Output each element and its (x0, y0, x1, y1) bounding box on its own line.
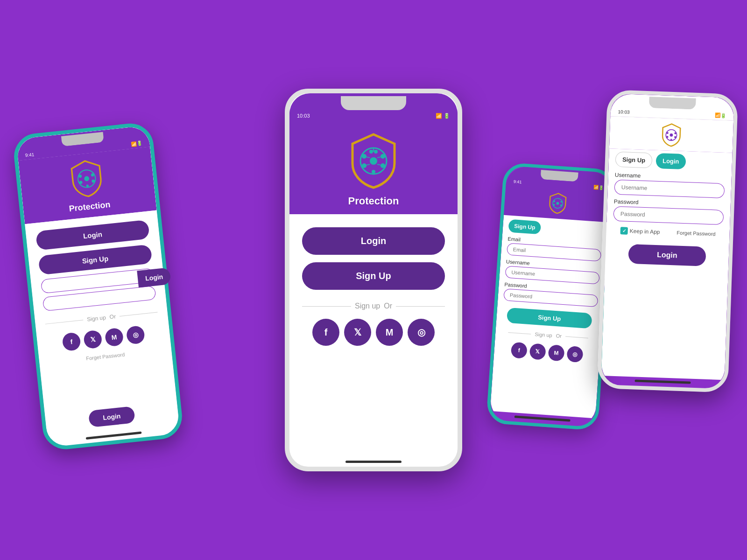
login-tab-rf[interactable]: Login (656, 153, 686, 169)
home-indicator-center (345, 461, 402, 463)
time-rf: 10:03 (618, 109, 629, 114)
or-divider-center: Sign up Or (302, 302, 445, 310)
shield-small-rf (659, 122, 684, 148)
status-time-center: 10:03 (297, 113, 310, 119)
signup-btn-rb[interactable]: Sign Up (507, 308, 592, 329)
tw-left[interactable]: 𝕏 (83, 330, 103, 350)
status-icons-center: 📶 🔋 (436, 113, 450, 119)
or-divider-rb: Sign up Or (508, 329, 588, 341)
home-indicator-rf (634, 380, 691, 384)
password-input-rf[interactable] (613, 206, 724, 225)
fb-left[interactable]: f (62, 332, 81, 351)
twitter-btn-center[interactable]: 𝕏 (344, 319, 371, 346)
notch-right-front (649, 97, 696, 109)
app-name-center: Protection (348, 195, 399, 207)
keep-label: Keep in App (629, 228, 660, 235)
phone-body-center: Login Sign Up Sign up Or f 𝕏 M ◎ (289, 214, 458, 458)
phone-right-front: 10:03 📶🔋 Sign Up Login (597, 90, 738, 392)
time-left: 9:41 (25, 152, 35, 158)
svg-point-22 (556, 202, 559, 204)
phone-header-center: Protection (289, 121, 458, 214)
forget-pwd-rf: Forget Password (677, 230, 716, 237)
gm-rb[interactable]: M (548, 344, 564, 361)
svg-point-6 (369, 150, 373, 154)
ig-left[interactable]: ◎ (126, 325, 145, 345)
svg-point-28 (669, 133, 673, 137)
or-text-left: Or (109, 313, 116, 320)
shield-container-center: Protection (289, 121, 458, 214)
sign-up-text-center: Sign up (355, 302, 380, 310)
gmail-btn-center[interactable]: M (376, 319, 403, 346)
svg-point-15 (84, 176, 90, 182)
body-right-back: Sign Up Email Username Password Sign Up … (490, 215, 609, 419)
login-form-btn-rf[interactable]: Login (628, 244, 706, 266)
social-row-center: f 𝕏 M ◎ (308, 314, 439, 350)
home-indicator-rb (514, 415, 571, 421)
gm-left[interactable]: M (105, 328, 124, 347)
facebook-btn-center[interactable]: f (312, 319, 339, 346)
icons-rf: 📶🔋 (715, 112, 726, 118)
instagram-btn-center[interactable]: ◎ (408, 319, 435, 346)
tw-rb[interactable]: 𝕏 (529, 343, 546, 360)
shield-icon-left (66, 156, 107, 201)
login-bottom-left[interactable]: Login (88, 406, 135, 427)
status-bar-center: 10:03 📶 🔋 (289, 110, 458, 121)
body-right-front: Sign Up Login Username Password ✓ Keep i… (601, 148, 733, 380)
signup-tab-rf[interactable]: Sign Up (615, 152, 652, 168)
phone-right-back: 9:41 📶🔋 Sign Up Email (486, 162, 616, 431)
svg-point-7 (374, 150, 378, 154)
signup-text-left: Sign up (87, 314, 106, 322)
tab-row-rf: Sign Up Login (615, 152, 726, 171)
keep-checkbox[interactable]: ✓ (620, 227, 628, 235)
app-name-left: Protection (69, 200, 111, 214)
or-text-center: Or (384, 302, 392, 310)
logo-area-rf (609, 116, 733, 153)
icons-left: 📶🔋 (131, 140, 142, 147)
username-input-rf[interactable] (614, 180, 725, 198)
signup-tab-right-back[interactable]: Sign Up (508, 219, 541, 235)
signup-btn-center[interactable]: Sign Up (302, 262, 445, 290)
shield-icon-center (345, 131, 402, 191)
notch-center (341, 96, 406, 110)
social-row-rb: f 𝕏 M ◎ (499, 338, 595, 366)
social-row-left: f 𝕏 M ◎ (56, 320, 150, 357)
phone-center: 10:03 📶 🔋 (285, 89, 462, 471)
login-btn-center[interactable]: Login (302, 227, 445, 255)
ig-rb[interactable]: ◎ (566, 346, 583, 363)
svg-point-8 (372, 170, 375, 174)
shield-small-right-back (546, 191, 569, 216)
fb-rb[interactable]: f (511, 342, 528, 359)
keep-in-app-row: ✓ Keep in App Forget Password (613, 225, 723, 240)
body-left: Login Sign Up Sign up Or f 𝕏 M ◎ Forget … (25, 210, 179, 439)
svg-point-1 (370, 157, 377, 165)
phone-left: 9:41 📶🔋 Protection Login Sign Up (12, 121, 184, 452)
